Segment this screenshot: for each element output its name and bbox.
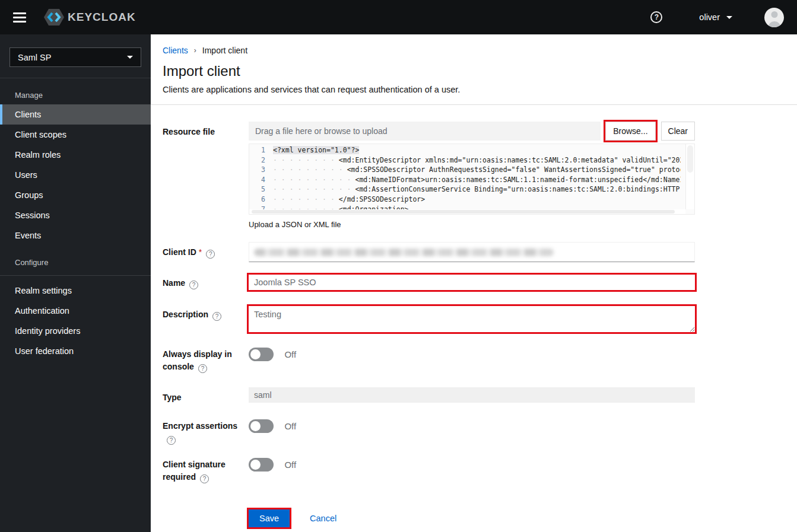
breadcrumb-separator: › (194, 46, 196, 55)
client-signature-state: Off (284, 460, 296, 470)
client-signature-row: Client signature required? Off (163, 458, 783, 483)
help-icon[interactable]: ? (189, 281, 198, 289)
keycloak-brand[interactable]: KEYCLOAK (44, 8, 136, 26)
file-drop-input[interactable] (249, 122, 601, 141)
client-id-label: Client ID*? (163, 242, 249, 259)
code-line: 2· · · · · · · · <md:EntityDescriptor xm… (249, 155, 681, 165)
sidebar-item-events[interactable]: Events (0, 225, 151, 246)
sidebar-item-realm-settings[interactable]: Realm settings (0, 281, 151, 301)
code-line: 4· · · · · · · · · · <md:NameIDFormat>ur… (249, 175, 681, 185)
import-client-form: Resource file Browse... Clear 1<?xml ver… (151, 105, 797, 527)
sidebar-item-sessions[interactable]: Sessions (0, 205, 151, 225)
breadcrumb: Clients › Import client (163, 46, 783, 55)
line-number: 5 (249, 184, 273, 195)
client-id-input[interactable] (249, 242, 695, 262)
realm-name: Saml SP (18, 53, 51, 62)
sidebar-item-identity-providers[interactable]: Identity providers (0, 321, 151, 341)
name-label: Name? (163, 273, 249, 289)
line-number: 1 (249, 145, 273, 155)
code-line: 5· · · · · · · · · · <md:AssertionConsum… (249, 184, 681, 195)
help-icon[interactable]: ? (206, 250, 215, 259)
form-actions: Save Cancel (163, 509, 783, 527)
code-line: 3· · · · · · · · · <md:SPSSODescriptor A… (249, 165, 681, 175)
nav-divider (0, 275, 151, 276)
help-icon[interactable]: ? (167, 436, 176, 445)
hamburger-menu-icon[interactable] (13, 10, 26, 25)
brand-text: KEYCLOAK (68, 11, 136, 24)
description-row: Description? Testing (163, 304, 783, 332)
main-content: Clients › Import client Import client Cl… (151, 34, 797, 532)
keycloak-logo-icon (44, 8, 64, 26)
user-menu[interactable]: oliver (699, 12, 732, 22)
client-id-row: Client ID*? (163, 242, 783, 262)
help-icon[interactable]: ? (200, 474, 209, 483)
sidebar-item-clients[interactable]: Clients (0, 104, 151, 125)
save-button[interactable]: Save (249, 509, 290, 527)
help-icon[interactable]: ? (212, 312, 221, 321)
line-number: 6 (249, 195, 273, 205)
always-display-row: Always display in console? Off (163, 348, 783, 373)
vertical-scrollbar-thumb[interactable] (687, 145, 693, 173)
always-display-state: Off (284, 349, 296, 359)
vertical-scrollbar[interactable] (685, 144, 694, 209)
realm-selector[interactable]: Saml SP (9, 47, 141, 67)
sidebar-item-user-federation[interactable]: User federation (0, 341, 151, 361)
nav-items: ClientsClient scopesRealm rolesUsersGrou… (0, 104, 151, 246)
required-asterisk: * (199, 247, 202, 257)
resource-file-label: Resource file (163, 122, 249, 138)
encrypt-assertions-label: Encrypt assertions? (163, 419, 249, 445)
code-line: 6· · · · · · · · </md:SPSSODescriptor> (249, 195, 681, 205)
toggle-knob (250, 421, 261, 431)
sidebar-item-realm-roles[interactable]: Realm roles (0, 145, 151, 165)
clear-button[interactable]: Clear (661, 122, 695, 141)
always-display-toggle[interactable] (249, 348, 274, 361)
chevron-down-icon (726, 16, 732, 19)
client-signature-toggle[interactable] (249, 458, 274, 472)
sidebar: Saml SP ManageClientsClient scopesRealm … (0, 34, 151, 532)
help-icon[interactable]: ? (198, 364, 207, 373)
browse-button[interactable]: Browse... (605, 122, 655, 141)
resource-file-row: Resource file Browse... Clear 1<?xml ver… (163, 122, 783, 229)
description-textarea[interactable]: Testing (249, 306, 695, 332)
page-header: Clients › Import client Import client Cl… (151, 34, 797, 105)
file-upload: Browse... Clear (249, 122, 695, 141)
line-number: 7 (249, 205, 273, 209)
sidebar-item-authentication[interactable]: Authentication (0, 301, 151, 321)
encrypt-assertions-toggle[interactable] (249, 419, 274, 433)
page-title: Import client (163, 63, 783, 79)
avatar[interactable] (764, 8, 784, 27)
sidebar-item-client-scopes[interactable]: Client scopes (0, 125, 151, 145)
horizontal-scrollbar[interactable] (249, 209, 685, 214)
name-input[interactable] (249, 275, 695, 290)
breadcrumb-current: Import client (202, 46, 247, 55)
toggle-knob (250, 460, 261, 470)
nav-section-title: Configure (0, 258, 151, 267)
realm-selector-wrap: Saml SP (0, 47, 151, 78)
sidebar-item-users[interactable]: Users (0, 165, 151, 185)
code-line: 7· · · · · · · · <md:Organization> (249, 205, 681, 209)
type-row: Type (163, 387, 783, 404)
name-row: Name? (163, 273, 783, 290)
code-line: 1<?xml version="1.0"?> (249, 145, 681, 155)
cancel-link[interactable]: Cancel (310, 514, 336, 523)
horizontal-scrollbar-thumb[interactable] (252, 210, 675, 214)
breadcrumb-clients-link[interactable]: Clients (163, 46, 188, 55)
upload-helper-text: Upload a JSON or XML file (249, 220, 695, 229)
line-number: 2 (249, 155, 273, 165)
code-editor-lines: 1<?xml version="1.0"?>2· · · · · · · · <… (249, 145, 681, 209)
always-display-label: Always display in console? (163, 348, 249, 373)
description-label: Description? (163, 304, 249, 321)
line-number: 3 (249, 165, 273, 175)
code-editor[interactable]: 1<?xml version="1.0"?>2· · · · · · · · <… (249, 144, 695, 215)
help-icon[interactable]: ? (650, 11, 662, 23)
toggle-knob (250, 349, 261, 359)
type-label: Type (163, 387, 249, 404)
encrypt-assertions-row: Encrypt assertions? Off (163, 419, 783, 445)
avatar-body (768, 21, 780, 27)
avatar-head (771, 11, 777, 18)
sidebar-item-groups[interactable]: Groups (0, 185, 151, 205)
client-id-value-redacted (254, 249, 554, 256)
username: oliver (699, 12, 720, 22)
page-subtitle: Clients are applications and services th… (163, 85, 783, 94)
masthead: KEYCLOAK ? oliver (0, 0, 797, 34)
